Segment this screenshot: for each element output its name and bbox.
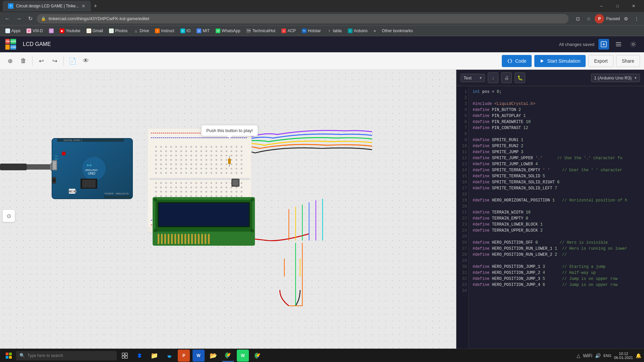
download-code-button[interactable]: ↓: [488, 72, 498, 83]
network-icon[interactable]: WiFi: [583, 353, 592, 358]
bookmark-tabla[interactable]: t tabla: [324, 27, 344, 34]
powerpoint-button[interactable]: P: [178, 350, 190, 362]
bookmark-instruct-label: Instruct: [161, 28, 174, 33]
svg-point-48: [170, 146, 172, 148]
svg-point-227: [165, 195, 167, 197]
forward-button[interactable]: →: [14, 14, 23, 23]
secure-icon: 🔒: [41, 16, 46, 21]
chrome-active-button[interactable]: [222, 350, 234, 362]
svg-rect-311: [161, 234, 163, 244]
circuit-view-button[interactable]: [598, 39, 609, 50]
svg-point-95: [226, 155, 227, 157]
bookmark-technicalhut[interactable]: TH TechnicalHut: [244, 27, 278, 34]
svg-point-326: [154, 198, 157, 201]
taskbar-search[interactable]: 🔍 Type here to search: [16, 351, 117, 360]
bookmark-apps[interactable]: ⊞ Apps: [3, 27, 23, 34]
svg-point-107: [196, 159, 197, 161]
reload-button[interactable]: ↻: [25, 14, 35, 23]
svg-point-218: [211, 191, 212, 193]
list-view-button[interactable]: [613, 39, 624, 50]
back-button[interactable]: ←: [3, 14, 12, 23]
close-button[interactable]: ✕: [626, 1, 641, 11]
bookmark-io[interactable]: ⊙ IO: [178, 27, 194, 34]
bookmark-youtube[interactable]: ▶ Youtube: [57, 27, 83, 34]
svg-rect-2: [616, 44, 621, 45]
share-button[interactable]: Share: [616, 55, 640, 67]
extensions-button[interactable]: ⚙: [621, 14, 631, 23]
redo-button[interactable]: ↪: [49, 55, 61, 67]
fit-view-button[interactable]: ⊙: [3, 210, 15, 222]
bookmark-gmail[interactable]: M Gmail: [84, 27, 106, 34]
svg-point-132: [231, 164, 232, 165]
arduino-select[interactable]: 1 (Arduino Uno R3): [591, 74, 640, 82]
svg-point-228: [170, 195, 172, 197]
tinkercad-logo[interactable]: TIN KER CAD: [5, 39, 16, 50]
svg-point-80: [241, 150, 243, 152]
notes-button[interactable]: 📄: [66, 55, 78, 67]
svg-point-100: [160, 159, 162, 161]
code-type-select[interactable]: Text Blocks: [461, 74, 485, 82]
bookmark-photos[interactable]: ★ Photos: [106, 27, 130, 34]
chrome-2-button[interactable]: [252, 350, 264, 362]
bookmark-button[interactable]: ☆: [584, 14, 593, 23]
delete-button[interactable]: 🗑: [17, 55, 30, 67]
debug-code-button[interactable]: 🐛: [515, 72, 525, 83]
browser-tab[interactable]: T Circuit design LCD GAME | Tinke... ✕: [3, 1, 91, 11]
system-clock[interactable]: 10:12 06-01-2021: [614, 352, 633, 360]
start-simulation-button[interactable]: Start Simulation: [534, 55, 586, 67]
code-body[interactable]: 12345 678910 1112131415 1617181920 21222…: [457, 86, 644, 349]
code-button[interactable]: Code: [502, 55, 532, 67]
svg-point-171: [155, 182, 157, 184]
file-explorer-button[interactable]: 📁: [148, 350, 160, 362]
arduino-board[interactable]: ⊕⊕ ARDUINO UNO POWER ANALOG: [50, 137, 138, 204]
bookmark-acp[interactable]: A ACP: [279, 27, 299, 34]
component-library-button[interactable]: ⊕: [4, 55, 16, 67]
bookmark-more[interactable]: »: [371, 27, 379, 34]
arduino-select-wrapper: 1 (Arduino Uno R3): [591, 74, 640, 82]
bookmark-arduino[interactable]: ⟨⟩ Arduino: [345, 27, 370, 34]
bookmark-instruct[interactable]: I Instruct: [152, 27, 177, 34]
settings-button[interactable]: [628, 39, 639, 50]
browser-menu-button[interactable]: ⋮: [632, 14, 641, 23]
bookmark-other[interactable]: Other bookmarks: [379, 27, 416, 34]
whatsapp-taskbar-button[interactable]: W: [237, 350, 249, 362]
undo-button[interactable]: ↩: [35, 55, 47, 67]
svg-point-88: [191, 155, 192, 157]
screen-capture-button[interactable]: ⊡: [573, 14, 583, 23]
bookmark-whatsapp[interactable]: W WhatsApp: [213, 27, 243, 34]
time-display: 10:12: [614, 352, 633, 356]
tab-close-button[interactable]: ✕: [82, 3, 86, 9]
date-display: 06-01-2021: [614, 356, 633, 360]
svg-point-116: [241, 159, 243, 161]
minimize-button[interactable]: ─: [594, 1, 609, 11]
export-button[interactable]: Export: [588, 55, 613, 67]
dropbox-taskbar-button[interactable]: [133, 350, 146, 362]
svg-point-234: [201, 195, 202, 197]
edge-button[interactable]: [163, 350, 175, 362]
bookmark-mit[interactable]: G MIT: [194, 27, 212, 34]
lcd-display[interactable]: [153, 197, 255, 246]
circuit-canvas[interactable]: ⊙: [0, 70, 456, 362]
svg-rect-303: [228, 159, 231, 164]
address-bar[interactable]: 🔒 tinkercad.com/things/43YDrtPCwFK-lcd-g…: [37, 14, 569, 23]
start-menu-button[interactable]: [3, 350, 15, 362]
svg-point-224: [241, 191, 243, 193]
volume-icon[interactable]: 🔊: [595, 353, 601, 358]
word-button[interactable]: W: [193, 350, 205, 362]
profile-button[interactable]: P: [595, 14, 604, 23]
new-tab-button[interactable]: +: [92, 1, 99, 11]
file-manager-button[interactable]: 📂: [207, 350, 219, 362]
bookmark-cca[interactable]: C: [46, 27, 56, 34]
svg-rect-309: [159, 203, 249, 226]
notification-bell-icon[interactable]: 🔔: [636, 353, 641, 358]
bookmark-drive[interactable]: △ Drive: [131, 27, 152, 34]
svg-point-154: [160, 172, 162, 174]
print-code-button[interactable]: 🖨: [501, 72, 512, 83]
view-button[interactable]: 👁: [80, 55, 92, 67]
maximize-button[interactable]: □: [610, 1, 625, 11]
bookmark-viiid[interactable]: V VIII-D: [24, 27, 46, 34]
bookmark-hotstar[interactable]: Hs Hotstar: [299, 27, 324, 34]
code-content[interactable]: int pos = 0; #include <LiquidCrystal.h> …: [469, 86, 644, 349]
notification-icon[interactable]: △: [577, 353, 580, 358]
taskview-button[interactable]: [119, 350, 131, 362]
